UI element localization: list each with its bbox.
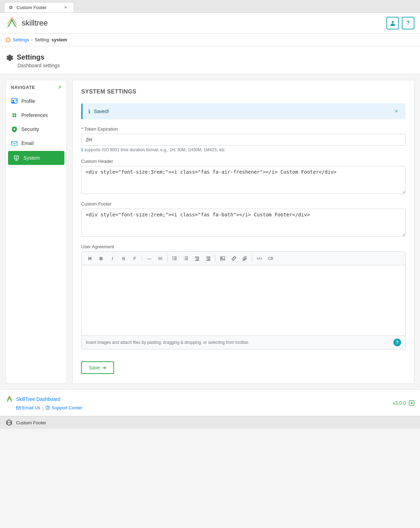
footer-brand-link[interactable]: SkillTree Dashboard [16,396,60,402]
sidebar-item-system[interactable]: System [8,151,64,165]
user-agreement-label: User Agreement [81,244,406,249]
toolbar-separator-2 [167,255,168,262]
toolbar-link-button[interactable] [229,254,239,263]
footer-links: Email Us | Support Center [16,405,83,410]
toolbar-italic-button[interactable]: I [107,254,117,263]
breadcrumb: Settings › Setting: system [0,34,420,46]
footer-right: v3.0.0 [393,400,414,406]
required-marker: * [81,126,84,132]
app-logo[interactable]: skilltree [6,17,48,29]
editor-help-icon[interactable]: ? [393,339,401,346]
version-text: v3.0.0 [393,400,406,406]
toolbar-attachment-button[interactable] [240,254,250,263]
browser-tab[interactable]: ⚙ Custom Footer ✕ [4,2,74,12]
save-button[interactable]: Save ➔ [81,361,114,374]
sidebar-preferences-label: Preferences [21,112,48,118]
custom-header-textarea[interactable]: <div style="font-size:3rem;"><i class="f… [81,166,406,194]
sidebar-item-security[interactable]: Security [6,122,66,136]
toolbar-separator-1 [142,255,142,262]
footer-email-link[interactable]: Email Us [16,405,40,410]
user-button[interactable] [386,17,399,29]
toolbar-indent-increase-button[interactable] [203,254,213,263]
sidebar-system-label: System [23,155,40,161]
toolbar-quote-button[interactable]: 66 [155,254,165,263]
toolbar-bullet-list-button[interactable] [170,254,180,263]
sidebar-profile-label: Profile [21,98,35,104]
profile-icon [11,98,18,105]
svg-point-4 [13,113,14,115]
footer-support-label: Support Center [51,405,82,410]
custom-footer-textarea[interactable]: <div style="font-size:2rem;"><i class="f… [81,209,406,237]
security-icon [11,126,18,133]
user-agreement-editor-body[interactable] [82,265,405,335]
sidebar-item-preferences[interactable]: Preferences [6,108,66,122]
toolbar-bold-button[interactable]: B [96,254,106,263]
logo-icon [6,17,18,29]
saved-alert: ℹ Saved! × [81,103,406,119]
help-button[interactable]: ? [402,17,414,29]
token-expiration-label: * Token Expiration [81,126,406,132]
save-arrow-icon: ➔ [102,365,106,370]
footer-support-link[interactable]: Support Center [46,405,82,410]
svg-point-9 [14,128,15,129]
bottom-tab-icon [6,419,13,426]
settings-breadcrumb-icon [6,37,10,42]
toolbar-image-button[interactable] [218,254,227,263]
svg-rect-20 [185,258,188,259]
token-expiration-input[interactable] [81,134,406,146]
sidebar-expand-icon[interactable]: ↗ [57,84,62,90]
toolbar-indent-decrease-button[interactable] [192,254,202,263]
image-icon [220,256,225,261]
sidebar-nav: Profile Preferences [6,93,66,167]
svg-rect-35 [16,407,20,409]
page-footer: SkillTree Dashboard Email Us | Support C… [0,389,420,416]
toolbar-strikethrough-button[interactable]: S [119,254,128,263]
toolbar-heading-button[interactable]: H [85,254,95,263]
help-icon: ? [406,20,410,26]
ordered-list-icon: 1 2 3 [183,256,188,261]
svg-rect-13 [174,257,177,257]
editor-footer: Insert images and attach files by pastin… [82,335,405,349]
svg-rect-15 [174,259,177,260]
bottom-tab-bar: Custom Footer [0,416,420,429]
svg-point-1 [13,100,14,102]
svg-rect-10 [12,141,17,145]
save-button-label: Save [89,365,100,370]
svg-point-34 [221,257,222,258]
editor-hint: Insert images and attach files by pastin… [86,340,249,345]
sidebar: Navigate ↗ Profile [6,80,67,384]
sidebar-item-profile[interactable]: Profile [6,94,66,108]
indent-decrease-icon [195,256,200,261]
svg-point-7 [15,116,16,117]
svg-rect-31 [207,259,210,260]
svg-text:3: 3 [184,259,185,261]
toolbar-font-button[interactable]: F [130,254,140,263]
custom-header-group: Custom Header <div style="font-size:3rem… [81,159,406,195]
main-layout: Navigate ↗ Profile [0,74,420,389]
page-header-title: Settings [6,53,414,61]
toolbar-horizontal-rule-button[interactable]: — [144,254,154,263]
svg-rect-29 [206,257,210,257]
breadcrumb-settings-link[interactable]: Settings [13,37,29,42]
toolbar-separator-4 [252,255,252,262]
hint-info-icon: ℹ [81,147,83,152]
content-area: SYSTEM SETTINGS ℹ Saved! × * Token Expir… [72,80,414,384]
token-expiration-group: * Token Expiration ℹ supports ISO 8601 t… [81,126,406,152]
svg-point-5 [15,113,16,115]
editor-toolbar: H B I S F — 66 [82,252,405,265]
toolbar-ordered-list-button[interactable]: 1 2 3 [181,254,191,263]
custom-header-label: Custom Header [81,159,406,164]
custom-footer-group: Custom Footer <div style="font-size:2rem… [81,201,406,238]
footer-left: SkillTree Dashboard Email Us | Support C… [6,395,83,410]
alert-close-button[interactable]: × [393,107,400,115]
footer-logo-row: SkillTree Dashboard [6,395,83,403]
tab-close-button[interactable]: ✕ [63,5,68,10]
svg-point-16 [173,257,173,257]
svg-rect-14 [174,258,177,259]
toolbar-codeblock-button[interactable]: CB [266,254,275,263]
footer-email-label: Email Us [22,405,40,410]
sidebar-item-email[interactable]: Email [6,136,66,150]
tab-favicon-icon: ⚙ [8,5,14,10]
toolbar-code-button[interactable]: </> [254,254,264,263]
settings-title: Settings [17,53,44,61]
